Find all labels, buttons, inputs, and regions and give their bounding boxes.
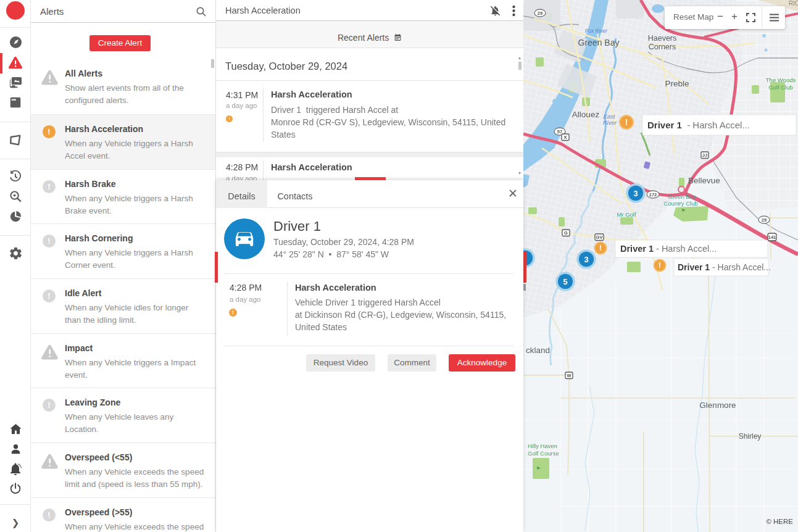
svg-text:Country Club: Country Club xyxy=(663,200,697,207)
svg-text:Green Bay: Green Bay xyxy=(668,193,696,200)
svg-text:Green Bay: Green Bay xyxy=(578,38,620,48)
svg-text:Shirley: Shirley xyxy=(739,432,762,441)
svg-text:⚑: ⚑ xyxy=(536,466,540,472)
svg-text:GV: GV xyxy=(596,235,603,240)
svg-text:G: G xyxy=(564,230,568,236)
svg-text:Golf Club: Golf Club xyxy=(768,84,793,91)
svg-text:Preble: Preble xyxy=(665,79,689,88)
svg-text:Golf Course: Golf Course xyxy=(528,450,559,457)
svg-text:Mr Golf: Mr Golf xyxy=(617,211,636,218)
svg-text:Glenmore: Glenmore xyxy=(699,401,736,410)
svg-text:RIC: RIC xyxy=(789,0,798,7)
svg-text:Bellevue: Bellevue xyxy=(688,176,720,185)
svg-text:JJ: JJ xyxy=(702,152,707,158)
svg-text:!: ! xyxy=(599,243,602,252)
svg-text:3: 3 xyxy=(633,189,638,198)
svg-text:Allouez: Allouez xyxy=(572,110,600,119)
svg-text:ckland: ckland xyxy=(526,346,550,355)
svg-text:29: 29 xyxy=(538,10,542,16)
svg-text:5: 5 xyxy=(563,277,567,286)
svg-text:Driver 1 - Harsh Accel...: Driver 1 - Harsh Accel... xyxy=(678,262,771,272)
svg-text:Driver 1 - Harsh Accel...: Driver 1 - Harsh Accel... xyxy=(647,120,750,130)
svg-text:!: ! xyxy=(625,117,628,127)
svg-text:3: 3 xyxy=(584,255,588,264)
svg-text:Hilly Haven: Hilly Haven xyxy=(528,443,557,449)
svg-text:© HERE: © HERE xyxy=(766,518,793,525)
svg-text:29: 29 xyxy=(762,217,767,223)
svg-text:Driver 1 - Harsh Accel...: Driver 1 - Harsh Accel... xyxy=(620,244,717,254)
svg-text:Haevers: Haevers xyxy=(648,34,677,43)
svg-text:⚑: ⚑ xyxy=(681,208,685,214)
svg-text:W: W xyxy=(567,373,571,378)
svg-text:141: 141 xyxy=(768,235,776,240)
svg-text:172: 172 xyxy=(649,192,657,197)
svg-text:Fox River: Fox River xyxy=(585,28,609,34)
svg-text:X: X xyxy=(563,135,567,140)
svg-text:Corners: Corners xyxy=(649,43,676,51)
svg-text:!: ! xyxy=(659,260,661,270)
svg-text:The Woods: The Woods xyxy=(766,77,796,83)
svg-text:57: 57 xyxy=(557,129,562,135)
svg-text:River: River xyxy=(603,119,617,126)
